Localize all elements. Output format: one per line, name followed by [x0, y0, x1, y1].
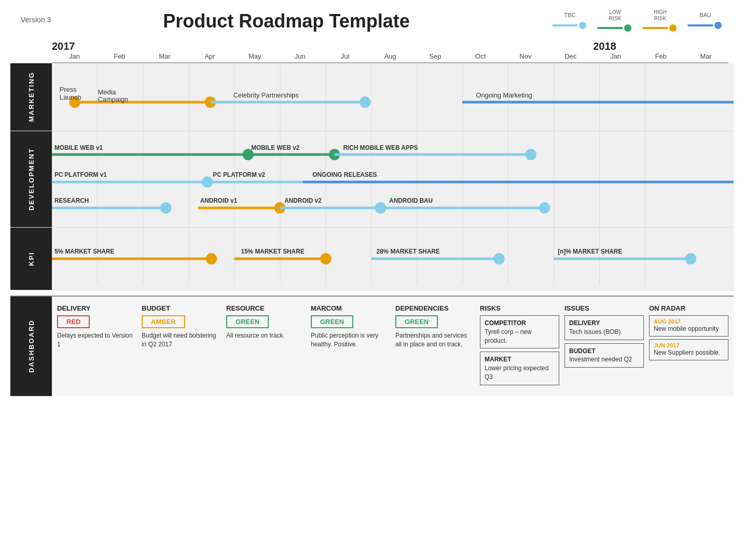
legend-tbc-dot	[577, 20, 588, 31]
dash-budget: BUDGET AMBER Budget will need bolstering…	[142, 304, 221, 388]
month-mar-2018: Mar	[683, 52, 728, 60]
header: Version 3 Product Roadmap Template TBC L…	[0, 0, 744, 38]
svg-point-85	[205, 253, 217, 264]
marketing-gantt: Press Launch Media Campaign Celebrity Pa…	[52, 63, 734, 131]
legend-tbc: TBC	[552, 12, 588, 31]
section-kpi: KPI	[10, 228, 734, 290]
dash-budget-badge: AMBER	[142, 315, 185, 328]
section-marketing: MARKETING	[10, 63, 734, 131]
section-kpi-content: 5% MARKET SHARE 15% MARKET SHARE 28% MAR…	[52, 228, 734, 290]
month-sep: Sep	[413, 52, 458, 60]
year-2017-block: 2017	[52, 40, 593, 52]
legend-bau-track	[687, 24, 713, 26]
month-jan: Jan	[52, 52, 97, 60]
dash-resource-title: RESOURCE	[226, 304, 306, 312]
dash-budget-text: Budget will need bolstering in Q2 2017	[142, 331, 221, 349]
section-development: DEVELOPMENT	[10, 131, 734, 228]
dash-risks-item-0-text: Tyrell corp – new product.	[485, 328, 555, 345]
legend-bau-dot	[713, 20, 723, 31]
month-feb-2018: Feb	[638, 52, 683, 60]
legend-tbc-line	[552, 20, 588, 31]
svg-text:MOBILE WEB v1: MOBILE WEB v1	[54, 144, 103, 151]
dash-risks-item-1-text: Lower pricing expected Q3	[485, 364, 555, 382]
dash-marcom-title: MARCOM	[311, 304, 390, 312]
dash-delivery-title: DELIVERY	[57, 304, 136, 312]
month-dec: Dec	[548, 52, 593, 60]
legend-high-risk-dot	[668, 23, 678, 33]
svg-point-58	[160, 202, 172, 214]
year-axis: 2017 2018	[52, 38, 728, 52]
dash-dependencies: DEPENDENCIES GREEN Partnerships and serv…	[395, 304, 475, 388]
timeline-wrapper: 2017 2018 Jan Feb Mar Apr May Jun Jul Au…	[10, 38, 734, 290]
legend-low-risk-track	[597, 27, 623, 29]
svg-point-91	[493, 253, 505, 264]
dash-on-radar-date-1: JUN 2017	[654, 342, 724, 348]
dashboard-label: DASHBOARD	[10, 297, 52, 396]
legend-high-risk: HIGHRISK	[642, 9, 678, 33]
legend-high-risk-line	[642, 23, 678, 33]
svg-text:[n]% MARKET SHARE: [n]% MARKET SHARE	[558, 248, 622, 255]
dash-dependencies-badge: GREEN	[395, 315, 438, 328]
dash-issues-title: ISSUES	[564, 304, 644, 312]
year-2018-block: 2018	[593, 40, 728, 52]
legend-tbc-track	[552, 24, 578, 26]
dashboard-content: DELIVERY RED Delays expected to Version …	[52, 297, 734, 396]
dash-on-radar-text-1: New Suppliers possible.	[654, 348, 724, 357]
svg-text:Campaign: Campaign	[98, 95, 128, 103]
dashboard-section: DASHBOARD DELIVERY RED Delays expected t…	[10, 296, 734, 396]
dash-on-radar-title: ON RADAR	[649, 304, 728, 312]
dash-issues-item-0: DELIVERY Tech issues (BOB)	[564, 315, 644, 340]
legend-low-risk-dot	[623, 23, 633, 33]
dash-issues-item-1-title: BUDGET	[569, 347, 639, 356]
svg-text:Press: Press	[60, 86, 77, 93]
svg-point-67	[539, 202, 550, 214]
dash-delivery-text: Delays expected to Version 1	[57, 331, 136, 349]
dash-on-radar: ON RADAR AUG 2017 New mobile opportunity…	[649, 304, 728, 388]
legend-bau: BAU	[687, 12, 723, 31]
section-kpi-label: KPI	[10, 228, 52, 290]
svg-text:5% MARKET SHARE: 5% MARKET SHARE	[54, 248, 115, 255]
dash-budget-title: BUDGET	[142, 304, 221, 312]
svg-text:Celebrity Partnerships: Celebrity Partnerships	[233, 91, 299, 99]
dash-on-radar-item-0: AUG 2017 New mobile opportunity	[649, 315, 728, 337]
year-2018-label: 2018	[593, 40, 616, 52]
svg-text:ANDROID v2: ANDROID v2	[284, 197, 322, 204]
svg-text:RICH MOBILE WEB APPS: RICH MOBILE WEB APPS	[343, 144, 418, 151]
legend-low-risk-line	[597, 23, 633, 33]
legend-high-risk-track	[642, 27, 668, 29]
svg-text:15% MARKET SHARE: 15% MARKET SHARE	[241, 248, 304, 255]
dash-delivery-badge: RED	[57, 315, 90, 328]
dash-risks-title: RISKS	[480, 304, 559, 312]
svg-text:28% MARKET SHARE: 28% MARKET SHARE	[376, 248, 439, 255]
dash-resource: RESOURCE GREEN All resource on track.	[226, 304, 306, 388]
dash-risks: RISKS COMPETITOR Tyrell corp – new produ…	[480, 304, 559, 388]
section-marketing-label: MARKETING	[10, 63, 52, 131]
dash-risks-item-1-title: MARKET	[485, 355, 555, 364]
dash-risks-item-0-title: COMPETITOR	[485, 319, 555, 328]
kpi-gantt: 5% MARKET SHARE 15% MARKET SHARE 28% MAR…	[52, 228, 734, 285]
svg-text:MOBILE WEB v2: MOBILE WEB v2	[251, 144, 300, 151]
svg-text:RESEARCH: RESEARCH	[54, 197, 89, 204]
month-aug: Aug	[368, 52, 413, 60]
svg-text:ANDROID v1: ANDROID v1	[200, 197, 238, 204]
dash-issues: ISSUES DELIVERY Tech issues (BOB) BUDGET…	[564, 304, 644, 388]
legend-bau-line	[687, 20, 723, 31]
dash-issues-item-0-title: DELIVERY	[569, 319, 639, 328]
month-may: May	[232, 52, 278, 60]
svg-text:Media: Media	[98, 88, 117, 96]
section-development-label: DEVELOPMENT	[10, 131, 52, 227]
svg-point-48	[525, 149, 536, 160]
dash-resource-badge: GREEN	[226, 315, 269, 328]
svg-text:Ongoing Marketing: Ongoing Marketing	[476, 91, 532, 99]
dash-on-radar-text-0: New mobile opportunity	[654, 325, 724, 333]
dash-issues-item-1: BUDGET Investment needed Q2	[564, 343, 644, 368]
dash-dependencies-text: Partnerships and services all in place a…	[395, 331, 475, 349]
dash-issues-item-0-text: Tech issues (BOB)	[569, 328, 639, 337]
page-title: Product Roadmap Template	[21, 10, 552, 32]
dash-on-radar-item-1: JUN 2017 New Suppliers possible.	[649, 339, 728, 360]
svg-point-88	[320, 253, 332, 264]
dash-marcom-badge: GREEN	[311, 315, 353, 328]
month-apr: Apr	[187, 52, 232, 60]
dash-marcom-text: Public perception is very healthy. Posit…	[311, 331, 390, 349]
development-gantt: MOBILE WEB v1 MOBILE WEB v2 RICH MOBILE …	[52, 131, 734, 227]
